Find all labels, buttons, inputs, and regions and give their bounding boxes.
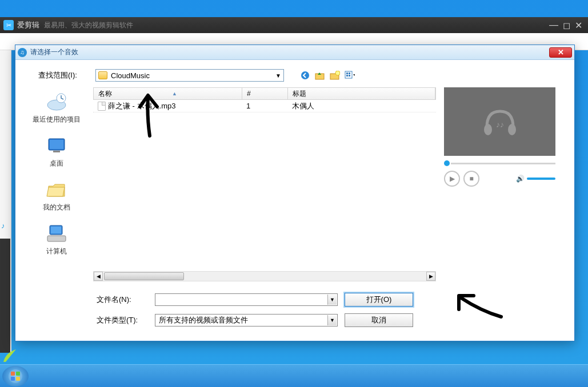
folder-icon xyxy=(98,71,107,79)
play-button[interactable]: ▶ xyxy=(444,171,460,187)
maximize-button[interactable]: ◻ xyxy=(563,20,570,31)
svg-rect-5 xyxy=(346,72,348,74)
svg-rect-6 xyxy=(349,72,350,74)
column-name[interactable]: 名称▲ xyxy=(94,88,242,99)
sidebar-item-label: 我的文档 xyxy=(43,203,70,212)
file-list-body[interactable]: 薛之谦 - 木偶人.mp3 1 木偶人 xyxy=(93,100,436,112)
recent-icon xyxy=(45,91,69,112)
svg-rect-16 xyxy=(47,236,66,241)
file-icon xyxy=(98,102,106,111)
open-button[interactable]: 打开(O) xyxy=(345,293,413,307)
svg-text:♪♪: ♪♪ xyxy=(496,120,504,129)
filename-label: 文件名(N): xyxy=(97,295,148,305)
stop-button[interactable]: ■ xyxy=(463,171,479,187)
chevron-down-icon: ▼ xyxy=(275,72,281,79)
preview-pane: ♪♪ ▶ ■ 🔊 xyxy=(444,87,555,281)
svg-point-17 xyxy=(484,124,492,135)
sidebar-item-label: 最近使用的项目 xyxy=(33,115,81,124)
svg-point-18 xyxy=(508,124,516,135)
scroll-left-icon[interactable]: ◀ xyxy=(94,272,103,281)
app-left-panel: ♪ xyxy=(0,50,11,353)
sidebar-item-label: 计算机 xyxy=(46,247,67,256)
file-list: 名称▲ # 标题 薛之谦 - 木偶人.mp3 1 木偶人 ◀ ▶ xyxy=(93,87,436,281)
dialog-close-button[interactable]: ✕ xyxy=(549,47,572,58)
svg-rect-7 xyxy=(346,75,348,76)
volume-slider[interactable] xyxy=(527,178,555,180)
look-in-label: 查找范围(I): xyxy=(38,70,91,80)
svg-rect-21 xyxy=(11,372,15,376)
svg-rect-12 xyxy=(50,140,63,149)
places-sidebar: 最近使用的项目 桌面 我的文档 xyxy=(22,87,91,281)
back-icon[interactable] xyxy=(300,70,310,80)
computer-icon xyxy=(45,223,69,244)
sidebar-item-documents[interactable]: 我的文档 xyxy=(28,179,85,212)
cancel-button[interactable]: 取消 xyxy=(345,313,413,327)
svg-rect-24 xyxy=(16,377,20,381)
column-title[interactable]: 标题 xyxy=(288,88,435,99)
preview-canvas: ♪♪ xyxy=(444,87,555,156)
sidebar-item-desktop[interactable]: 桌面 xyxy=(28,135,85,168)
decorative-leaf-icon xyxy=(2,347,18,363)
file-track-number: 1 xyxy=(242,102,287,110)
sidebar-item-recent[interactable]: 最近使用的项目 xyxy=(28,91,85,124)
chevron-down-icon[interactable]: ▼ xyxy=(327,315,337,325)
svg-point-20 xyxy=(9,369,22,383)
seek-track xyxy=(451,163,555,164)
svg-rect-13 xyxy=(53,151,60,152)
sidebar-item-label: 桌面 xyxy=(50,159,63,168)
filetype-label: 文件类型(T): xyxy=(97,315,148,325)
app-title: 爱剪辑 xyxy=(17,20,39,30)
dialog-icon: ♫ xyxy=(18,48,27,57)
app-subtitle: 最易用、强大的视频剪辑软件 xyxy=(44,21,133,30)
view-menu-icon[interactable] xyxy=(345,70,355,80)
svg-point-3 xyxy=(335,71,340,75)
new-folder-icon[interactable] xyxy=(330,70,340,80)
svg-point-0 xyxy=(301,71,309,79)
taskbar[interactable] xyxy=(0,364,588,387)
file-open-dialog: ♫ 请选择一个音效 ✕ 查找范围(I): CloudMusic ▼ xyxy=(15,45,575,341)
horizontal-scrollbar[interactable]: ◀ ▶ xyxy=(93,271,436,281)
up-folder-icon[interactable] xyxy=(315,70,325,80)
sidebar-item-computer[interactable]: 计算机 xyxy=(28,223,85,256)
svg-rect-22 xyxy=(16,372,20,376)
desktop-icon xyxy=(45,135,69,156)
seek-handle[interactable] xyxy=(444,160,450,166)
svg-rect-8 xyxy=(349,75,350,76)
file-name: 薛之谦 - 木偶人.mp3 xyxy=(108,101,175,111)
filename-input[interactable]: ▼ xyxy=(155,293,338,306)
volume-icon[interactable]: 🔊 xyxy=(516,175,525,183)
music-note-icon: ♪ xyxy=(1,221,5,230)
headphones-icon: ♪♪ xyxy=(480,104,520,139)
minimize-button[interactable]: — xyxy=(549,20,558,31)
look-in-value: CloudMusic xyxy=(111,71,150,80)
app-logo-icon: ✂ xyxy=(3,20,14,30)
file-row[interactable]: 薛之谦 - 木偶人.mp3 1 木偶人 xyxy=(93,100,436,112)
filetype-combo[interactable]: 所有支持的视频或音频文件 ▼ xyxy=(155,314,338,326)
documents-icon xyxy=(45,179,69,200)
filetype-value: 所有支持的视频或音频文件 xyxy=(159,315,248,325)
file-title: 木偶人 xyxy=(287,101,436,111)
scroll-thumb[interactable] xyxy=(104,272,184,280)
look-in-combo[interactable]: CloudMusic ▼ xyxy=(95,69,284,82)
dialog-title-text: 请选择一个音效 xyxy=(30,47,78,57)
svg-rect-15 xyxy=(51,227,61,233)
left-dark-strip xyxy=(0,239,10,353)
svg-rect-23 xyxy=(11,377,15,381)
app-titlebar: ✂ 爱剪辑 最易用、强大的视频剪辑软件 — ◻ ✕ xyxy=(0,17,588,33)
seek-bar[interactable] xyxy=(444,159,555,167)
chevron-down-icon[interactable]: ▼ xyxy=(327,295,337,305)
scroll-right-icon[interactable]: ▶ xyxy=(426,272,435,281)
sort-indicator-icon: ▲ xyxy=(172,91,177,96)
file-list-header[interactable]: 名称▲ # 标题 xyxy=(93,87,436,100)
close-app-button[interactable]: ✕ xyxy=(575,20,582,31)
dialog-titlebar[interactable]: ♫ 请选择一个音效 ✕ xyxy=(15,45,574,60)
column-number[interactable]: # xyxy=(242,88,288,99)
start-button[interactable] xyxy=(2,366,29,386)
